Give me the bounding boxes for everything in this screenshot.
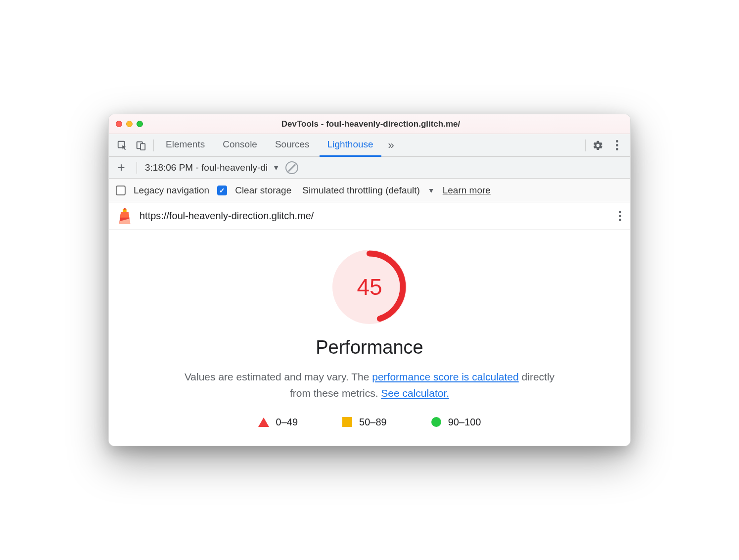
report-title: Performance: [316, 337, 423, 358]
lighthouse-toolbar: + 3:18:06 PM - foul-heavenly-di ▼: [109, 157, 630, 179]
triangle-icon: [258, 418, 269, 427]
devtools-tabstrip: Elements Console Sources Lighthouse »: [109, 134, 630, 157]
legend-good: 90–100: [431, 417, 481, 428]
performance-score-link[interactable]: performance score is calculated: [372, 371, 518, 382]
legacy-navigation-checkbox[interactable]: [116, 186, 126, 195]
circle-icon: [431, 417, 441, 427]
svg-rect-2: [140, 143, 145, 150]
svg-marker-6: [120, 212, 130, 217]
new-report-button[interactable]: +: [114, 160, 129, 175]
report-url-row: https://foul-heavenly-direction.glitch.m…: [109, 202, 630, 230]
device-toolbar-icon[interactable]: [133, 137, 149, 154]
gear-icon[interactable]: [590, 137, 606, 154]
report-kebab-menu[interactable]: [619, 211, 621, 221]
window-title: DevTools - foul-heavenly-direction.glitc…: [118, 119, 623, 129]
throttling-chevron-icon[interactable]: ▼: [428, 187, 435, 194]
see-calculator-link[interactable]: See calculator.: [381, 387, 449, 399]
chevron-down-icon: ▼: [273, 164, 279, 172]
report-description: Values are estimated and may vary. The p…: [177, 369, 562, 401]
report-selector[interactable]: 3:18:06 PM - foul-heavenly-di ▼: [145, 162, 279, 173]
legend-poor-label: 0–49: [276, 417, 298, 428]
throttling-label: Simulated throttling (default): [302, 185, 420, 196]
legacy-navigation-label: Legacy navigation: [134, 185, 209, 196]
more-tabs-icon[interactable]: »: [383, 139, 399, 152]
report-url: https://foul-heavenly-direction.glitch.m…: [139, 210, 314, 222]
titlebar: DevTools - foul-heavenly-direction.glitc…: [109, 114, 630, 134]
tab-sources[interactable]: Sources: [267, 134, 318, 157]
separator: [137, 162, 137, 174]
performance-gauge[interactable]: 45: [332, 250, 407, 324]
inspect-element-icon[interactable]: [114, 137, 131, 154]
tab-console[interactable]: Console: [215, 134, 265, 157]
learn-more-link[interactable]: Learn more: [443, 185, 491, 196]
kebab-menu-icon[interactable]: [608, 137, 625, 154]
clear-report-icon[interactable]: [285, 161, 298, 174]
lighthouse-options-bar: Legacy navigation ✓ Clear storage Simula…: [109, 179, 630, 202]
report-selector-label: 3:18:06 PM - foul-heavenly-di: [145, 162, 268, 173]
legend-average: 50–89: [342, 417, 387, 428]
desc-text: Values are estimated and may vary. The: [185, 371, 372, 382]
report-body: 45 Performance Values are estimated and …: [109, 230, 630, 445]
legend-poor: 0–49: [258, 417, 298, 428]
tab-lighthouse[interactable]: Lighthouse: [320, 134, 381, 157]
legend-avg-label: 50–89: [359, 417, 387, 428]
score-legend: 0–49 50–89 90–100: [258, 417, 481, 428]
separator: [585, 140, 586, 151]
square-icon: [342, 417, 352, 427]
devtools-window: DevTools - foul-heavenly-direction.glitc…: [108, 114, 631, 446]
legend-good-label: 90–100: [448, 417, 481, 428]
performance-score: 45: [332, 250, 407, 324]
svg-rect-4: [124, 208, 126, 210]
lighthouse-icon: [118, 208, 132, 224]
clear-storage-label: Clear storage: [235, 185, 291, 196]
clear-storage-checkbox[interactable]: ✓: [217, 186, 227, 195]
tab-elements[interactable]: Elements: [158, 134, 213, 157]
separator: [153, 140, 154, 151]
